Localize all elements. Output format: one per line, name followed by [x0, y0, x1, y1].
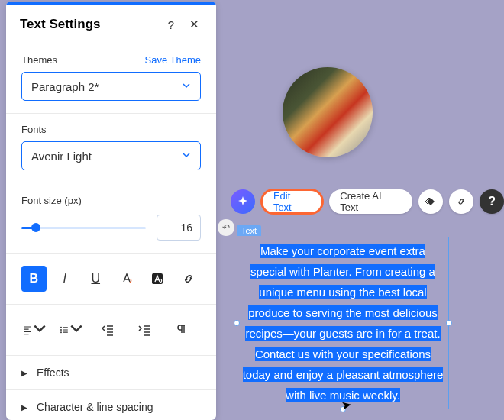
text-content[interactable]: Make your corporate event extra special … [243, 244, 444, 402]
close-icon[interactable]: ✕ [186, 16, 202, 33]
ai-sparkle-button[interactable] [231, 189, 255, 214]
text-color-button[interactable] [115, 266, 140, 292]
indent-button[interactable] [131, 317, 157, 343]
themes-label: Themes [21, 54, 57, 66]
resize-handle-bottom[interactable] [340, 406, 346, 412]
svg-point-2 [60, 329, 62, 331]
font-select[interactable]: Avenir Light [21, 141, 201, 170]
align-button[interactable] [21, 317, 47, 343]
effects-label: Effects [37, 367, 69, 379]
char-spacing-row[interactable]: ▶ Character & line spacing [6, 390, 216, 420]
char-spacing-label: Character & line spacing [37, 401, 153, 413]
fonts-section: Fonts Avenir Light [6, 114, 216, 183]
edit-text-button[interactable]: Edit Text [261, 189, 323, 214]
triangle-right-icon: ▶ [21, 403, 27, 412]
format-toolbar: B I U [6, 254, 216, 305]
paragraph-toolbar [6, 305, 216, 356]
chevron-down-icon [182, 149, 191, 163]
help-circle-button[interactable]: ? [480, 189, 504, 214]
avatar-image[interactable] [283, 67, 373, 157]
italic-button[interactable]: I [53, 266, 78, 292]
text-direction-button[interactable] [168, 317, 194, 343]
fontsize-input[interactable]: 16 [157, 215, 201, 241]
effects-row[interactable]: ▶ Effects [6, 356, 216, 390]
help-icon[interactable]: ? [163, 16, 179, 33]
theme-select[interactable]: Paragraph 2* [21, 72, 201, 101]
underline-button[interactable]: U [83, 266, 108, 292]
resize-handle-left[interactable] [234, 320, 240, 326]
text-settings-panel: Text Settings ? ✕ Themes Save Theme Para… [6, 2, 216, 420]
panel-title: Text Settings [20, 17, 157, 32]
element-type-badge: Text [237, 225, 261, 236]
fontsize-label: Font size (px) [21, 195, 82, 206]
chevron-down-icon [182, 79, 191, 93]
link-button[interactable] [176, 266, 202, 292]
undo-icon[interactable]: ↶ [218, 219, 234, 236]
fontsize-slider[interactable] [21, 220, 146, 235]
text-element[interactable]: Make your corporate event extra special … [237, 237, 449, 409]
fonts-label: Fonts [21, 124, 47, 135]
element-toolbar: Edit Text Create AI Text ? [231, 189, 504, 214]
list-button[interactable] [58, 317, 84, 343]
outdent-button[interactable] [95, 317, 121, 343]
font-select-value: Avenir Light [31, 150, 182, 163]
triangle-right-icon: ▶ [21, 369, 27, 377]
theme-select-value: Paragraph 2* [31, 80, 182, 93]
resize-handle-right[interactable] [446, 320, 452, 326]
themes-section: Themes Save Theme Paragraph 2* [6, 44, 216, 114]
link-circle-button[interactable] [449, 189, 473, 214]
save-theme-link[interactable]: Save Theme [145, 54, 201, 66]
animation-button[interactable] [418, 189, 443, 214]
bold-button[interactable]: B [21, 266, 47, 292]
highlight-button[interactable] [145, 266, 170, 292]
fontsize-section: Font size (px) 16 [6, 183, 216, 254]
svg-point-1 [60, 327, 62, 328]
create-ai-text-button[interactable]: Create AI Text [329, 189, 412, 214]
svg-point-3 [60, 331, 62, 333]
panel-header: Text Settings ? ✕ [6, 5, 216, 44]
